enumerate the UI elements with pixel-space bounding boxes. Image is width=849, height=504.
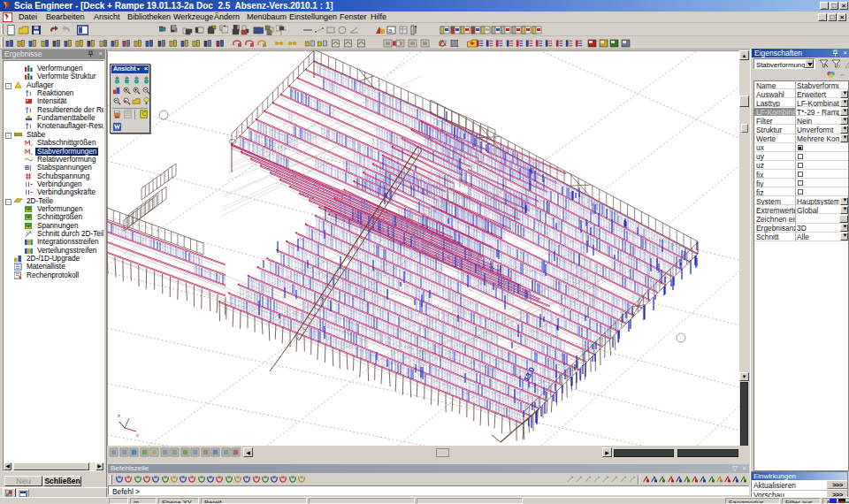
svg-text:C: C (142, 111, 147, 117)
svg-text:a: a (388, 27, 393, 34)
svg-text:x: x (136, 432, 139, 438)
svg-text:B: B (25, 164, 29, 172)
svg-text:z: z (118, 413, 120, 418)
